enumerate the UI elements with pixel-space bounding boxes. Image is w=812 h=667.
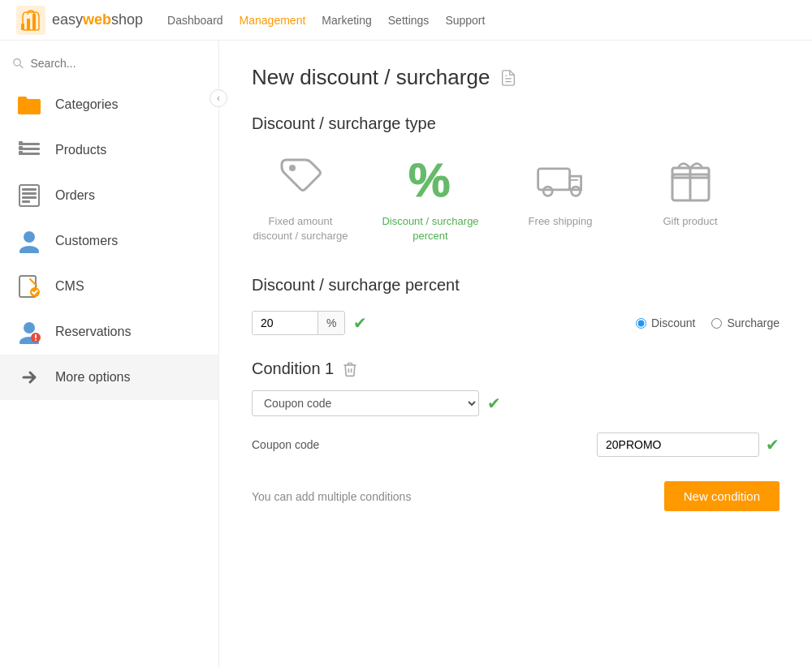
folder-icon [16, 92, 42, 118]
sidebar-search-input[interactable] [31, 57, 207, 70]
discount-radio-group: Discount Surcharge [636, 316, 780, 329]
nav-settings[interactable]: Settings [388, 10, 430, 31]
svg-point-18 [19, 246, 39, 253]
nav-marketing[interactable]: Marketing [322, 10, 371, 31]
svg-point-31 [543, 187, 552, 196]
sidebar-search-container [0, 53, 218, 82]
condition-select[interactable]: Coupon code Order amount Customer group … [252, 390, 479, 416]
coupon-input[interactable] [597, 432, 759, 457]
sidebar-collapse-button[interactable]: ‹ [209, 89, 227, 107]
svg-point-32 [571, 187, 580, 196]
arrow-icon [16, 364, 42, 390]
cms-icon [16, 273, 42, 299]
svg-rect-12 [19, 185, 39, 206]
layout: ‹ Categories Product [0, 41, 812, 667]
type-card-shipping[interactable]: Free shipping [512, 149, 609, 243]
surcharge-radio-label[interactable]: Surcharge [711, 316, 780, 329]
discount-radio-label[interactable]: Discount [636, 316, 695, 329]
type-card-gift[interactable]: Gift product [641, 149, 739, 243]
svg-rect-15 [22, 196, 37, 199]
percent-check-icon: ✔ [353, 313, 367, 333]
logo-text-shop: shop [111, 11, 143, 28]
svg-rect-9 [19, 146, 23, 150]
bottom-row: You can add multiple conditions New cond… [252, 481, 780, 511]
nav-dashboard[interactable]: Dashboard [167, 10, 223, 31]
trash-icon[interactable] [342, 361, 358, 377]
type-card-label-fixed: Fixed amount discount / surcharge [252, 214, 349, 243]
orders-icon [16, 183, 42, 209]
sidebar-item-more-options[interactable]: More options [0, 355, 218, 400]
main-content: New discount / surcharge Discount / surc… [219, 41, 812, 667]
percent-symbol: % [317, 312, 344, 334]
condition-section: Condition 1 Coupon code Order amount Cus… [252, 359, 780, 511]
svg-rect-13 [22, 188, 37, 191]
svg-rect-16 [22, 200, 30, 203]
logo[interactable]: easywebshop [16, 6, 143, 35]
coupon-input-wrap: ✔ [597, 432, 780, 457]
sidebar-item-products[interactable]: Products [0, 127, 218, 173]
svg-rect-3 [32, 14, 36, 30]
surcharge-radio[interactable] [711, 318, 722, 329]
products-icon [16, 137, 42, 163]
condition-select-row: Coupon code Order amount Customer group … [252, 390, 780, 416]
svg-rect-7 [19, 141, 23, 145]
svg-point-4 [14, 59, 20, 66]
svg-rect-24 [35, 334, 37, 338]
page-title: New discount / surcharge [252, 65, 490, 90]
customers-icon [16, 228, 42, 254]
sidebar-item-label-products: Products [55, 143, 106, 157]
sidebar-item-categories[interactable]: Categories [0, 82, 218, 127]
new-condition-button[interactable]: New condition [664, 481, 780, 511]
svg-rect-2 [27, 19, 30, 30]
discount-radio-text: Discount [651, 316, 695, 329]
bottom-hint: You can add multiple conditions [252, 490, 411, 503]
gift-icon [662, 149, 719, 206]
type-section: Discount / surcharge type Fixed amount d… [252, 114, 780, 243]
svg-point-21 [24, 322, 35, 334]
nav-management[interactable]: Management [240, 10, 306, 31]
coupon-row: Coupon code ✔ [252, 432, 780, 457]
percent-input-wrap: % [252, 311, 345, 335]
logo-icon [16, 6, 45, 35]
surcharge-radio-text: Surcharge [727, 316, 780, 329]
svg-line-5 [19, 65, 23, 68]
sidebar-item-orders[interactable]: Orders [0, 173, 218, 218]
truck-icon [532, 149, 589, 206]
sidebar-item-label-orders: Orders [55, 188, 95, 203]
sidebar-item-cms[interactable]: CMS [0, 264, 218, 309]
page-title-row: New discount / surcharge [252, 65, 780, 90]
coupon-label: Coupon code [252, 438, 349, 451]
svg-rect-11 [19, 151, 23, 155]
type-cards-container: Fixed amount discount / surcharge % Disc… [252, 149, 780, 243]
type-card-fixed[interactable]: Fixed amount discount / surcharge [252, 149, 349, 243]
sidebar-item-label-cms: CMS [55, 279, 84, 294]
top-navigation: easywebshop Dashboard Management Marketi… [0, 0, 812, 41]
sidebar-item-customers[interactable]: Customers [0, 218, 218, 264]
svg-text:%: % [408, 153, 451, 204]
condition-check-icon: ✔ [487, 394, 501, 413]
sidebar-item-label-more-options: More options [55, 370, 131, 385]
search-icon [12, 57, 24, 70]
condition-title-row: Condition 1 [252, 359, 780, 378]
type-card-label-gift: Gift product [663, 214, 717, 229]
condition-title: Condition 1 [252, 359, 334, 378]
logo-text-web: web [83, 11, 111, 28]
price-tag-icon [272, 149, 329, 206]
svg-rect-25 [35, 339, 37, 341]
sidebar-item-reservations[interactable]: Reservations [0, 309, 218, 355]
sidebar-item-label-categories: Categories [55, 97, 118, 112]
percent-row: % ✔ Discount Surcharge [252, 311, 780, 335]
reservations-icon [16, 319, 42, 345]
percent-section-title: Discount / surcharge percent [252, 276, 780, 295]
document-icon [499, 69, 517, 87]
discount-radio[interactable] [636, 318, 646, 329]
nav-support[interactable]: Support [445, 10, 485, 31]
type-section-title: Discount / surcharge type [252, 114, 780, 133]
sidebar-item-label-reservations: Reservations [55, 325, 131, 339]
percent-input[interactable] [253, 312, 317, 334]
type-card-label-shipping: Free shipping [529, 214, 593, 229]
sidebar-item-label-customers: Customers [55, 234, 118, 248]
sidebar: ‹ Categories Product [0, 41, 219, 667]
type-card-percent[interactable]: % Discount / surcharge percent [382, 149, 479, 243]
percent-icon: % [402, 149, 459, 206]
